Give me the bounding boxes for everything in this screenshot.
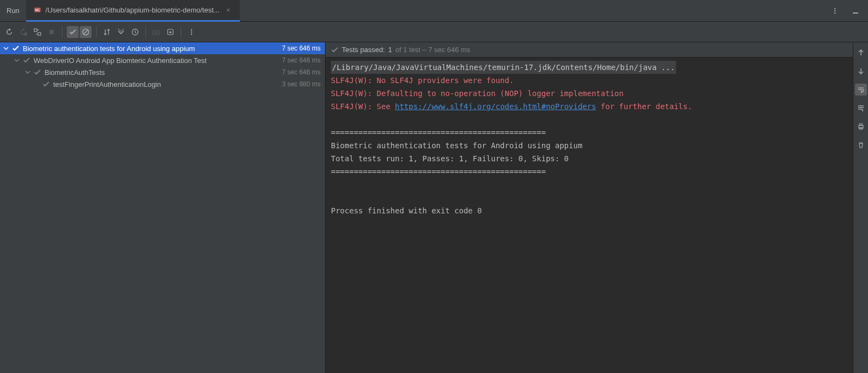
rerun-icon[interactable] [3, 26, 15, 38]
svg-rect-8 [38, 33, 41, 35]
console-warn: SLF4J(W): See [331, 102, 395, 111]
test-time: 7 sec 646 ms [282, 45, 321, 52]
console-output[interactable]: /Library/Java/JavaVirtualMachines/temuri… [326, 58, 853, 373]
console-warn: SLF4J(W): Defaulting to no-operation (NO… [331, 89, 623, 98]
scroll-to-end-icon[interactable] [855, 102, 867, 114]
arrow-down-icon[interactable] [855, 65, 867, 77]
console-line: Process finished with exit code 0 [331, 206, 482, 215]
filter-group [67, 26, 92, 38]
show-passed-icon[interactable] [67, 26, 79, 38]
svg-point-18 [191, 33, 192, 34]
chevron-down-icon[interactable] [24, 69, 31, 75]
svg-rect-7 [34, 29, 37, 31]
passed-count: 1 [388, 46, 392, 54]
arrow-up-icon[interactable] [855, 47, 867, 59]
show-ignored-icon[interactable] [80, 26, 92, 38]
trash-icon[interactable] [855, 139, 867, 151]
svg-text:NG: NG [35, 8, 40, 12]
tab-title: /Users/faisalkhatri/Github/appium-biomet… [46, 6, 220, 14]
console-line: Total tests run: 1, Passes: 1, Failures:… [331, 154, 569, 163]
console-warn: SLF4J(W): No SLF4J providers were found. [331, 76, 514, 85]
toggle-auto-test-icon[interactable] [31, 26, 43, 38]
tree-row[interactable]: WebDriverIO Android App Biomteric Authen… [0, 54, 325, 66]
svg-point-3 [834, 10, 835, 11]
import-icon[interactable] [164, 26, 176, 38]
svg-point-4 [834, 12, 835, 13]
rerun-failed-icon [17, 26, 29, 38]
check-icon [12, 45, 21, 52]
main-area: Biometric authentication tests for Andro… [0, 42, 868, 373]
minimize-icon[interactable] [850, 5, 861, 17]
tree-row-leaf[interactable]: testFingerPrintAuthenticationLogin 3 sec… [0, 78, 325, 90]
tree-row[interactable]: BiometricAuthTests 7 sec 646 ms [0, 66, 325, 78]
svg-point-14 [155, 31, 157, 34]
console-line: ========================================… [331, 128, 546, 137]
test-time: 7 sec 646 ms [282, 56, 321, 64]
close-icon[interactable]: × [224, 6, 233, 14]
console-cmd: /Library/Java/JavaVirtualMachines/temuri… [331, 61, 676, 74]
svg-point-16 [191, 29, 192, 30]
console-line: ========================================… [331, 167, 546, 176]
testng-icon: NG [34, 6, 41, 14]
history-icon[interactable] [129, 26, 141, 38]
print-icon[interactable] [855, 121, 867, 132]
passed-label: Tests passed: [342, 46, 385, 54]
stop-icon [46, 26, 58, 38]
svg-rect-9 [49, 30, 54, 34]
screenshot-icon [150, 26, 162, 38]
console-warn: for further details. [596, 102, 692, 111]
sort-icon[interactable] [101, 26, 113, 38]
expand-all-icon[interactable] [115, 26, 127, 38]
tab-bar-actions [829, 5, 868, 17]
test-name: testFingerPrintAuthenticationLogin [53, 80, 280, 88]
passed-of: of 1 test – 7 sec 646 ms [395, 46, 470, 54]
svg-rect-13 [153, 30, 159, 35]
run-label: Run [0, 7, 26, 15]
soft-wrap-icon[interactable] [855, 84, 867, 96]
console-link[interactable]: https://www.slf4j.org/codes.html#noProvi… [395, 102, 596, 111]
tree-row-root[interactable]: Biometric authentication tests for Andro… [0, 42, 325, 54]
check-icon [23, 56, 31, 64]
test-tree[interactable]: Biometric authentication tests for Andro… [0, 42, 326, 373]
status-bar: Tests passed: 1 of 1 test – 7 sec 646 ms [326, 42, 853, 58]
svg-rect-20 [859, 124, 862, 125]
test-toolbar [0, 22, 868, 42]
test-name: Biometric authentication tests for Andro… [23, 45, 280, 53]
test-name: WebDriverIO Android App Biomteric Authen… [34, 56, 280, 65]
console-gutter [853, 42, 868, 373]
svg-point-6 [24, 33, 27, 36]
check-icon [34, 68, 42, 76]
chevron-down-icon[interactable] [2, 46, 10, 51]
test-time: 7 sec 646 ms [282, 68, 321, 76]
more-icon[interactable] [829, 5, 841, 17]
test-name: BiometricAuthTests [44, 68, 280, 77]
svg-point-17 [191, 31, 192, 32]
console-line: Biometric authentication tests for Andro… [331, 141, 583, 150]
chevron-down-icon[interactable] [13, 58, 21, 63]
svg-point-2 [834, 8, 835, 9]
check-icon [331, 46, 339, 54]
console-panel: Tests passed: 1 of 1 test – 7 sec 646 ms… [326, 42, 853, 373]
svg-rect-5 [853, 12, 858, 14]
test-time: 3 sec 980 ms [282, 80, 321, 88]
toolbar-more-icon[interactable] [186, 26, 197, 38]
tab-bar: Run NG /Users/faisalkhatri/Github/appium… [0, 0, 868, 22]
run-tab[interactable]: NG /Users/faisalkhatri/Github/appium-bio… [26, 0, 240, 22]
svg-line-11 [84, 30, 88, 34]
check-icon [42, 80, 51, 88]
